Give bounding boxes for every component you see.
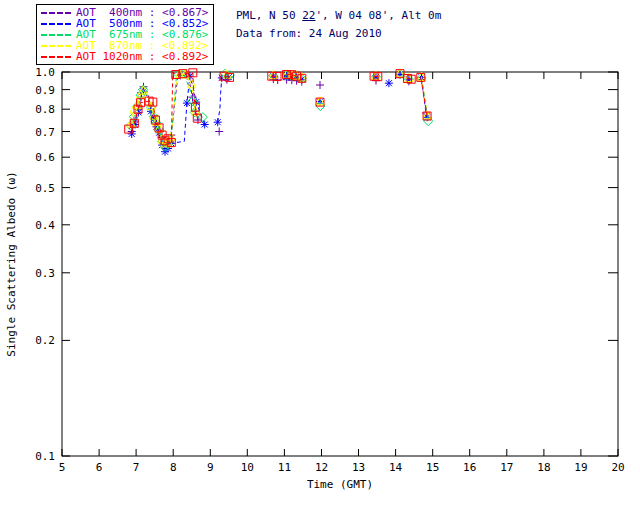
x-tick-label: 17 <box>500 461 513 474</box>
x-tick-label: 16 <box>463 461 476 474</box>
series-line-1020nm <box>374 76 378 77</box>
marker-asterisk-500nm <box>214 118 222 126</box>
y-tick-label: 0.4 <box>35 219 55 232</box>
x-tick-label: 5 <box>59 461 66 474</box>
legend-item-1020nm: AOT 1020nm : <0.892> <box>41 51 208 62</box>
x-tick-label: 8 <box>170 461 177 474</box>
screenshot-root: 5678910111213141516171819201.00.90.80.70… <box>0 0 640 512</box>
title-text-part: PML, N 50 <box>236 9 302 22</box>
marker-asterisk-500nm <box>201 121 209 129</box>
x-tick-label: 6 <box>96 461 103 474</box>
y-tick-label: 0.9 <box>35 84 55 97</box>
x-axis-label: Time (GMT) <box>307 478 373 491</box>
y-tick-label: 1.0 <box>35 66 55 79</box>
x-tick-label: 20 <box>611 461 624 474</box>
legend-line-swatch <box>41 23 71 25</box>
marker-asterisk-500nm <box>385 79 393 87</box>
y-tick-label: 0.6 <box>35 151 55 164</box>
legend-line-swatch <box>41 45 71 47</box>
date-subtitle: Data from: 24 Aug 2010 <box>236 25 441 43</box>
plot-frame <box>62 72 618 456</box>
series-line-500nm <box>218 77 229 122</box>
marker-plus-400nm <box>316 81 324 89</box>
x-tick-label: 19 <box>574 461 587 474</box>
x-tick-label: 12 <box>315 461 328 474</box>
x-tick-label: 10 <box>241 461 254 474</box>
x-tick-label: 18 <box>537 461 550 474</box>
y-tick-label: 0.2 <box>35 334 55 347</box>
x-tick-label: 11 <box>278 461 291 474</box>
y-tick-label: 0.1 <box>35 450 55 463</box>
chart-legend: AOT 400nm : <0.867>AOT 500nm : <0.852>AO… <box>36 4 214 65</box>
marker-asterisk-500nm <box>128 130 136 138</box>
y-axis: 1.00.90.80.70.60.50.40.30.20.1 <box>35 66 618 463</box>
x-axis: 567891011121314151617181920 <box>59 72 625 474</box>
title-text-part: ', W 04 08', Alt 0m <box>315 9 441 22</box>
y-tick-label: 0.3 <box>35 267 55 280</box>
x-tick-label: 13 <box>352 461 365 474</box>
ssa-time-chart: 5678910111213141516171819201.00.90.80.70… <box>0 0 640 512</box>
station-location-title: PML, N 50 22', W 04 08', Alt 0m <box>236 7 441 25</box>
y-tick-label: 0.8 <box>35 103 55 116</box>
y-tick-label: 0.5 <box>35 182 55 195</box>
x-tick-label: 15 <box>426 461 439 474</box>
x-tick-label: 7 <box>133 461 140 474</box>
y-tick-label: 0.7 <box>35 126 55 139</box>
legend-line-swatch <box>41 12 71 14</box>
x-tick-label: 9 <box>207 461 214 474</box>
header-block: PML, N 50 22', W 04 08', Alt 0m Data fro… <box>236 7 441 43</box>
series-1020nm <box>125 69 431 147</box>
legend-line-swatch <box>41 56 71 58</box>
marker-plus-400nm <box>215 128 223 136</box>
title-text-part-underlined: 22 <box>302 9 315 22</box>
x-tick-label: 14 <box>389 461 403 474</box>
legend-line-swatch <box>41 34 71 36</box>
series-line-1020nm <box>408 79 412 80</box>
legend-label: AOT 1020nm : <0.892> <box>76 51 208 62</box>
y-axis-label: Single Scattering Albedo (ω) <box>5 171 18 356</box>
